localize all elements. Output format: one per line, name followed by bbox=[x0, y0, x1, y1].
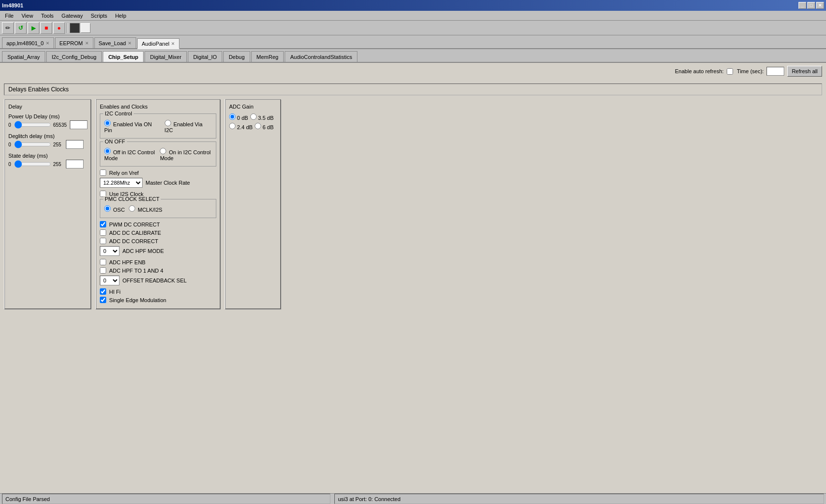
hifi-checkbox[interactable] bbox=[100, 288, 106, 295]
menu-tools[interactable]: Tools bbox=[38, 12, 57, 20]
pmc-osc-radio[interactable] bbox=[104, 205, 111, 212]
adc-hpf-to1and4-label: ADC HPF TO 1 AND 4 bbox=[109, 268, 163, 274]
tab-chip-setup[interactable]: Chip_Setup bbox=[103, 51, 144, 62]
adc-0db-radio[interactable] bbox=[229, 113, 236, 120]
doc-tab-saveload-close[interactable]: ✕ bbox=[128, 41, 132, 46]
adc-2.4db-radio[interactable] bbox=[229, 123, 236, 129]
rely-vref-label: Rely on Vref bbox=[109, 170, 139, 176]
toolbar-edit-btn[interactable]: ✏ bbox=[2, 22, 14, 34]
pwm-dc-row: PWM DC CORRECT bbox=[100, 221, 216, 227]
adc-panel: ADC Gain 0 dB 3.5 dB 2.4 bbox=[225, 99, 281, 309]
menu-file[interactable]: File bbox=[2, 12, 17, 20]
tab-i2c-config[interactable]: I2c_Config_Debug bbox=[46, 51, 102, 62]
on-i2c-label: On in I2C Control Mode bbox=[160, 148, 212, 161]
toolbar-black-btn[interactable] bbox=[70, 23, 80, 33]
off-i2c-label: Off in I2C Control Mode bbox=[104, 148, 156, 161]
adc-gain-row1: 0 dB 3.5 dB bbox=[229, 113, 277, 121]
doc-tab-eeprom[interactable]: EEPROM ✕ bbox=[55, 37, 93, 48]
adc-hpf-mode-row: 0 1 2 3 ADC HPF MODE bbox=[100, 246, 216, 256]
menu-help[interactable]: Help bbox=[112, 12, 129, 20]
state-min: 0 bbox=[8, 162, 12, 167]
i2c-enabled-pin-radio[interactable] bbox=[104, 120, 111, 126]
tab-memreg[interactable]: MemReg bbox=[251, 51, 284, 62]
hifi-row: HI Fi bbox=[100, 288, 216, 295]
toolbar: ✏ ↺ ▶ ■ ● bbox=[0, 21, 826, 35]
pwm-dc-checkbox[interactable] bbox=[100, 221, 106, 227]
i2c-radio-row: Enabled Via ON Pin Enabled Via I2C bbox=[104, 120, 212, 133]
i2c-enabled-pin-label: Enabled Via ON Pin bbox=[104, 120, 161, 133]
adc-hpf-enb-checkbox[interactable] bbox=[100, 259, 106, 265]
toolbar-stop-btn[interactable]: ■ bbox=[40, 22, 52, 34]
menu-gateway[interactable]: Gateway bbox=[59, 12, 86, 20]
i2c-control-label: I2C Control bbox=[103, 111, 134, 116]
adc-3.5db-label: 3.5 dB bbox=[250, 113, 274, 121]
doc-tab-app-close[interactable]: ✕ bbox=[46, 41, 50, 46]
tab-audio-control[interactable]: AudioControlandStatistics bbox=[285, 51, 357, 62]
power-up-slider[interactable] bbox=[14, 121, 51, 129]
auto-refresh-checkbox[interactable] bbox=[727, 68, 733, 75]
single-edge-label: Single Edge Modulation bbox=[109, 297, 166, 303]
refresh-bar: Enable auto refresh: Time (sec): 3 Refre… bbox=[0, 63, 826, 80]
pmc-mclk-label: MCLK/I2S bbox=[129, 205, 162, 213]
deglitch-max: 255 bbox=[53, 142, 64, 147]
master-clock-row: 12.288Mhz 11.2896Mhz 24.576Mhz Master Cl… bbox=[100, 178, 216, 188]
adc-dc-correct-label: ADC DC CORRECT bbox=[109, 238, 158, 244]
power-up-value[interactable]: 0 bbox=[70, 120, 88, 129]
close-button[interactable]: ✕ bbox=[816, 2, 824, 9]
tab-digital-io[interactable]: Digital_IO bbox=[188, 51, 222, 62]
adc-hpf-to1and4-row: ADC HPF TO 1 AND 4 bbox=[100, 267, 216, 274]
delay-panel-title: Delay bbox=[8, 104, 87, 110]
adc-6db-label: 6 dB bbox=[255, 123, 274, 130]
maximize-button[interactable]: □ bbox=[807, 2, 815, 9]
adc-hpf-mode-select[interactable]: 0 1 2 3 bbox=[100, 246, 119, 256]
title-bar-controls: _ □ ✕ bbox=[798, 2, 824, 9]
offset-readback-select[interactable]: 0 1 2 3 bbox=[100, 276, 119, 285]
adc-dc-correct-checkbox[interactable] bbox=[100, 238, 106, 244]
pmc-clock-group: PMC CLOCK SELECT OSC MCLK/I2S bbox=[100, 199, 216, 218]
doc-tab-app[interactable]: app,lm48901_0 ✕ bbox=[2, 37, 54, 48]
single-edge-checkbox[interactable] bbox=[100, 297, 106, 303]
state-delay-row: State delay (ms) 0 255 0 bbox=[8, 153, 87, 168]
on-off-group: ON OFF Off in I2C Control Mode On in I2C… bbox=[100, 141, 216, 167]
tab-spatial-array[interactable]: Spatial_Array bbox=[2, 51, 45, 62]
toolbar-run-btn[interactable]: ▶ bbox=[28, 22, 39, 34]
adc-dc-calib-row: ADC DC CALIBRATE bbox=[100, 229, 216, 236]
adc-gain-row2: 2.4 dB 6 dB bbox=[229, 123, 277, 130]
rely-vref-checkbox[interactable] bbox=[100, 169, 106, 176]
auto-refresh-label: Enable auto refresh: bbox=[675, 68, 724, 74]
i2c-enabled-i2c-radio[interactable] bbox=[165, 120, 171, 126]
adc-dc-calib-checkbox[interactable] bbox=[100, 229, 106, 236]
doc-tab-audiopanel-close[interactable]: ✕ bbox=[171, 41, 175, 46]
toolbar-white-btn[interactable] bbox=[81, 23, 90, 33]
state-label: State delay (ms) bbox=[8, 153, 87, 159]
on-i2c-radio[interactable] bbox=[160, 148, 166, 154]
pmc-mclk-radio[interactable] bbox=[129, 205, 135, 212]
minimize-button[interactable]: _ bbox=[798, 2, 806, 9]
power-up-label: Power Up Delay (ms) bbox=[8, 113, 87, 119]
adc-hpf-to1and4-checkbox[interactable] bbox=[100, 267, 106, 274]
toolbar-record-btn[interactable]: ● bbox=[53, 22, 65, 34]
rely-vref-row: Rely on Vref bbox=[100, 169, 216, 176]
refresh-all-button[interactable]: Refresh all bbox=[787, 66, 822, 77]
toolbar-undo-btn[interactable]: ↺ bbox=[15, 22, 27, 34]
doc-tab-saveload[interactable]: Save_Load ✕ bbox=[94, 37, 137, 48]
master-clock-select[interactable]: 12.288Mhz 11.2896Mhz 24.576Mhz bbox=[100, 178, 143, 188]
menu-view[interactable]: View bbox=[19, 12, 36, 20]
window-title: lm48901 bbox=[2, 2, 23, 8]
tab-digital-mixer[interactable]: Digital_Mixer bbox=[145, 51, 187, 62]
doc-tab-audiopanel[interactable]: AudioPanel ✕ bbox=[137, 38, 179, 49]
off-i2c-radio[interactable] bbox=[104, 148, 111, 154]
deglitch-value[interactable]: 0 bbox=[66, 140, 84, 149]
master-clock-label: Master Clock Rate bbox=[146, 180, 190, 186]
deglitch-slider[interactable] bbox=[14, 140, 51, 148]
adc-6db-radio[interactable] bbox=[255, 123, 261, 129]
time-input[interactable]: 3 bbox=[767, 67, 784, 76]
state-value[interactable]: 0 bbox=[66, 160, 84, 168]
menu-scripts[interactable]: Scripts bbox=[88, 12, 111, 20]
adc-3.5db-radio[interactable] bbox=[250, 113, 257, 120]
toolbar-sep1 bbox=[67, 23, 68, 33]
tab-debug[interactable]: Debug bbox=[223, 51, 250, 62]
state-slider[interactable] bbox=[14, 160, 51, 168]
title-bar: lm48901 _ □ ✕ bbox=[0, 0, 826, 11]
doc-tab-eeprom-close[interactable]: ✕ bbox=[85, 41, 89, 46]
